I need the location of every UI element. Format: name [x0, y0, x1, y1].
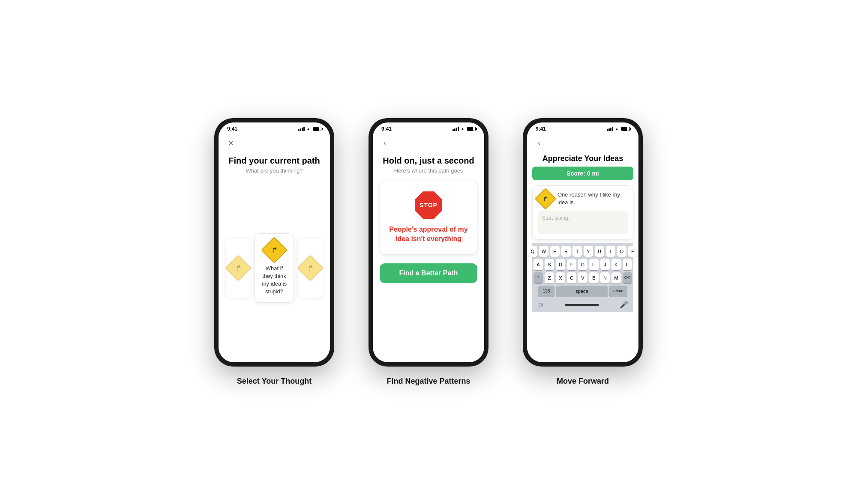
- phone2-frame: 9:41 ▲: [369, 118, 488, 367]
- keyboard-row-4: 123 space return: [534, 286, 632, 297]
- phone3-frame: 9:41 ▲: [523, 118, 643, 367]
- key-y[interactable]: Y: [584, 246, 593, 257]
- keyboard-row-1: Q W E R T Y U I O P: [534, 246, 632, 257]
- signal-bar: [607, 129, 608, 131]
- signal-bar: [452, 129, 454, 131]
- signal-bar: [454, 128, 455, 131]
- score-badge: Score: 0 mi: [532, 167, 633, 180]
- delete-key[interactable]: ⌫: [623, 272, 632, 283]
- close-icon[interactable]: ✕: [225, 138, 236, 148]
- idea-card-prompt: One reason why I like my idea is..: [557, 191, 628, 206]
- phone2-content: Hold on, just a second Here's where this…: [373, 151, 484, 362]
- phone2-inner: 9:41 ▲: [373, 122, 484, 362]
- status-time-1: 9:41: [227, 126, 237, 132]
- phone2-screen: ‹ Hold on, just a second Here's where th…: [373, 134, 484, 362]
- phone1-caption: Select Your Thought: [237, 377, 312, 386]
- return-key[interactable]: return: [609, 286, 627, 297]
- find-better-path-button[interactable]: Find a Better Path: [380, 263, 477, 283]
- signal-bar: [298, 129, 300, 131]
- stop-sign: STOP: [415, 191, 442, 219]
- key-h[interactable]: H: [589, 259, 599, 270]
- phone1-content: Find your current path What are you thin…: [219, 151, 330, 362]
- signal-bar: [612, 127, 613, 131]
- key-n[interactable]: N: [600, 272, 610, 283]
- key-c[interactable]: C: [567, 272, 576, 283]
- thought-card-text: What if they think my idea is stupid?: [260, 265, 288, 296]
- stop-text: STOP: [420, 202, 437, 209]
- key-g[interactable]: G: [578, 259, 587, 270]
- key-s[interactable]: S: [545, 259, 554, 270]
- idea-card: ↱ One reason why I like my idea is.. Sta…: [532, 185, 633, 240]
- status-time-3: 9:41: [536, 126, 546, 132]
- key-o[interactable]: O: [617, 246, 626, 257]
- page-container: 9:41 ▲: [9, 118, 848, 386]
- phone1-wrapper: 9:41 ▲: [214, 118, 334, 386]
- key-e[interactable]: E: [550, 246, 560, 257]
- phone2-title: Hold on, just a second: [380, 156, 477, 166]
- road-sign-left: ↱: [225, 255, 252, 281]
- signal-bars-2: [452, 127, 459, 131]
- phone1-subtitle: What are you thinking?: [225, 167, 323, 174]
- stop-message: People's approval of my idea isn't every…: [387, 225, 470, 244]
- key-r[interactable]: R: [561, 246, 571, 257]
- key-i[interactable]: I: [606, 246, 615, 257]
- key-b[interactable]: B: [589, 272, 599, 283]
- road-sign-right: ↱: [297, 255, 324, 281]
- phone3-wrapper: 9:41 ▲: [523, 118, 643, 386]
- phones-row: 9:41 ▲: [9, 118, 848, 386]
- phone3-screen: ‹ Appreciate Your Ideas Score: 0 mi ↱: [527, 134, 638, 362]
- phone2-navbar: ‹: [373, 134, 484, 151]
- status-bar-1: 9:41 ▲: [219, 122, 330, 134]
- key-u[interactable]: U: [595, 246, 604, 257]
- main-thought-card[interactable]: ↱ What if they think my idea is stupid?: [255, 233, 294, 303]
- home-indicator: [565, 304, 599, 306]
- status-time-2: 9:41: [381, 126, 392, 132]
- keyboard-bottom: ☺ 🎤: [534, 299, 632, 310]
- key-j[interactable]: J: [600, 259, 610, 270]
- key-a[interactable]: A: [533, 259, 543, 270]
- key-q[interactable]: Q: [528, 246, 537, 257]
- key-p[interactable]: P: [628, 246, 638, 257]
- space-key[interactable]: space: [556, 286, 608, 297]
- signal-bar: [456, 128, 457, 131]
- idea-placeholder: Start typing..: [542, 215, 623, 221]
- key-l[interactable]: L: [623, 259, 632, 270]
- key-x[interactable]: X: [556, 272, 565, 283]
- key-m[interactable]: M: [611, 272, 621, 283]
- side-card-right[interactable]: ↱: [297, 238, 323, 298]
- phone1-navbar: ✕: [219, 134, 330, 151]
- stop-octagon: STOP: [415, 191, 442, 219]
- signal-bar: [302, 128, 303, 131]
- side-card-left[interactable]: ↱: [225, 238, 251, 298]
- phone1-screen: ✕ Find your current path What are you th…: [219, 134, 330, 362]
- signal-bars-1: [298, 127, 305, 131]
- battery-fill: [313, 127, 319, 131]
- key-v[interactable]: V: [578, 272, 587, 283]
- signal-bar: [610, 128, 611, 131]
- key-w[interactable]: W: [539, 246, 548, 257]
- shift-key[interactable]: ⇧: [533, 272, 543, 283]
- numbers-key[interactable]: 123: [538, 286, 554, 297]
- key-t[interactable]: T: [572, 246, 582, 257]
- phone3-inner: 9:41 ▲: [527, 122, 638, 362]
- wifi-icon-3: ▲: [615, 127, 619, 131]
- mic-icon[interactable]: 🎤: [620, 301, 628, 309]
- battery-fill-3: [622, 127, 627, 131]
- battery-icon-2: [467, 127, 476, 131]
- emoji-icon[interactable]: ☺: [537, 301, 544, 309]
- status-icons-3: ▲: [607, 127, 630, 131]
- key-z[interactable]: Z: [545, 272, 554, 283]
- back-icon-3[interactable]: ‹: [534, 138, 544, 148]
- idea-textarea-box[interactable]: Start typing..: [538, 211, 628, 234]
- idea-card-header: ↱ One reason why I like my idea is..: [538, 191, 628, 206]
- keyboard: Q W E R T Y U I O P: [532, 243, 633, 312]
- phone1-frame: 9:41 ▲: [214, 118, 334, 367]
- back-icon-2[interactable]: ‹: [380, 138, 390, 148]
- key-d[interactable]: D: [556, 259, 565, 270]
- signal-bars-3: [607, 127, 613, 131]
- battery-icon-1: [313, 127, 321, 131]
- key-k[interactable]: K: [611, 259, 621, 270]
- key-f[interactable]: F: [567, 259, 576, 270]
- phone2-caption: Find Negative Patterns: [387, 377, 470, 386]
- keyboard-row-2: A S D F G H J K L: [534, 259, 632, 270]
